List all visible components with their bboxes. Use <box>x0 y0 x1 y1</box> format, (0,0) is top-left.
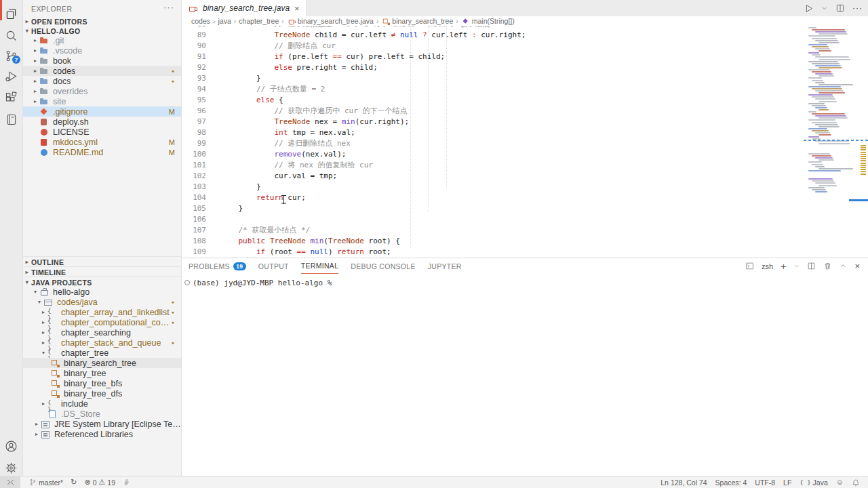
open-editors-section[interactable]: ▸ OPEN EDITORS <box>23 16 181 26</box>
breadcrumb-item-mainString[interactable]: main(String[]) <box>461 17 515 26</box>
explorer-icon[interactable] <box>0 4 22 23</box>
tree-item-label: hello-algo <box>53 287 90 297</box>
tab-binary-search-tree[interactable]: binary_search_tree.java × <box>182 0 307 16</box>
panel-tab-label: TERMINAL <box>301 262 339 270</box>
tree-item-include[interactable]: ▸include <box>23 399 181 409</box>
breadcrumb-item-java[interactable]: java <box>218 17 231 25</box>
feedback-smiley-icon[interactable]: ☺ <box>836 479 844 486</box>
panel-tab-problems[interactable]: PROBLEMS19 <box>189 258 246 274</box>
run-button[interactable] <box>804 3 814 14</box>
settings-gear-icon[interactable] <box>0 458 22 477</box>
tree-item-docs[interactable]: ▸docs● <box>23 76 181 86</box>
tree-item-.vscode[interactable]: ▸.vscode <box>23 45 181 56</box>
tree-item-README.md[interactable]: README.mdM <box>23 147 181 157</box>
terminal-dropdown-chevron-icon[interactable] <box>793 263 800 269</box>
tree-item-mkdocs.yml[interactable]: mkdocs.ymlM <box>23 137 181 147</box>
minimap[interactable] <box>808 27 853 251</box>
license-file-icon <box>39 127 50 136</box>
outline-label: OUTLINE <box>31 258 64 266</box>
new-terminal-icon[interactable]: + <box>781 261 786 272</box>
breadcrumb-item-codes[interactable]: codes <box>191 17 210 25</box>
source-control-icon[interactable]: 7 <box>0 46 22 65</box>
timeline-section[interactable]: ▸ TIMELINE <box>23 266 181 277</box>
tree-item-.gitignore[interactable]: .gitignoreM <box>23 106 181 117</box>
warning-mark <box>861 158 866 159</box>
indentation[interactable]: Spaces: 4 <box>715 479 747 487</box>
maximize-panel-chevron-icon[interactable] <box>840 262 847 270</box>
account-icon[interactable] <box>0 436 22 455</box>
tree-item-chapter_computational_complexity[interactable]: ▸chapter_computational_complexity● <box>23 317 181 327</box>
breadcrumb-item-binary_search_tree.java[interactable]: binary_search_tree.java <box>287 17 374 26</box>
tree-item-ReferencedLibraries[interactable]: ▸Referenced Libraries <box>23 429 181 439</box>
tree-item-label: LICENSE <box>53 127 90 137</box>
line-source: return cur; <box>220 192 306 203</box>
tree-item-.git[interactable]: ▸.git <box>23 35 181 45</box>
tree-item-hello-algo[interactable]: ▾hello-algo <box>23 287 181 297</box>
eol-sequence[interactable]: LF <box>783 479 791 487</box>
tree-item-codes[interactable]: ▸codes● <box>23 66 181 76</box>
java-projects-section[interactable]: ▾ JAVA PROJECTS <box>23 277 181 287</box>
git-branch-status[interactable]: master* <box>29 479 63 487</box>
tree-item-codesjava[interactable]: ▾codes/java● <box>23 297 181 307</box>
project-section[interactable]: ▾ HELLO-ALGO <box>23 26 181 36</box>
tree-item-book[interactable]: ▸book <box>23 56 181 66</box>
panel-tab-terminal[interactable]: TERMINAL <box>301 258 339 274</box>
modified-dot: ● <box>172 310 174 314</box>
problems-status[interactable]: ⊗ 0 ⚠ 19 <box>84 479 115 487</box>
notifications-bell-icon[interactable] <box>852 479 860 487</box>
split-terminal-icon[interactable] <box>807 262 816 270</box>
tree-item-LICENSE[interactable]: LICENSE <box>23 127 181 137</box>
breadcrumb-separator: › <box>281 17 284 25</box>
chevron-down-icon: ▾ <box>23 279 31 285</box>
more-actions-icon[interactable]: ··· <box>852 3 863 13</box>
code-editor[interactable]: 88 // 当子结点数量 = 0 / 1 时， child = null / 该… <box>182 26 868 258</box>
tree-item-chapter_searching[interactable]: ▸chapter_searching <box>23 327 181 338</box>
code-line-107: 107 /* 获取最小结点 */ <box>182 225 803 236</box>
tree-item-binary_tree_bfs[interactable]: binary_tree_bfs <box>23 378 181 388</box>
cursor-position[interactable]: Ln 128, Col 74 <box>660 479 707 487</box>
extensions-icon[interactable] <box>0 88 22 107</box>
close-panel-icon[interactable]: × <box>854 261 860 271</box>
language-mode[interactable]: { } Java <box>800 479 827 487</box>
warning-count: 19 <box>107 479 115 487</box>
kill-terminal-trash-icon[interactable] <box>823 262 832 270</box>
braces-icon <box>47 348 58 357</box>
tree-item-binary_tree[interactable]: binary_tree <box>23 368 181 378</box>
notebook-icon[interactable] <box>0 110 22 129</box>
breadcrumb-item-chapter_tree[interactable]: chapter_tree <box>239 17 279 25</box>
panel-tab-jupyter[interactable]: JUPYTER <box>428 258 462 274</box>
split-editor-icon[interactable] <box>835 3 845 13</box>
java-lightweight-rocket-icon[interactable] <box>123 479 131 487</box>
tree-item-chapter_array_and_linkedlist[interactable]: ▸chapter_array_and_linkedlist● <box>23 307 181 317</box>
tree-item-JRESystemLibraryEclipseTemurin1717...[interactable]: ▸JRE System Library [Eclipse Temurin 17 … <box>23 419 181 429</box>
tab-close-icon[interactable]: × <box>294 3 300 14</box>
folder-gray-icon <box>39 56 50 65</box>
run-and-debug-icon[interactable] <box>0 66 22 85</box>
mouse-ibeam-cursor <box>281 195 286 204</box>
panel-tab-output[interactable]: OUTPUT <box>258 258 289 274</box>
class-sym-icon <box>382 17 391 24</box>
tree-item-site[interactable]: ▸site <box>23 96 181 106</box>
overview-ruler[interactable] <box>859 26 868 258</box>
outline-section[interactable]: ▸ OUTLINE <box>23 256 181 267</box>
tree-item-chapter_tree[interactable]: ▾chapter_tree <box>23 348 181 358</box>
run-dropdown-chevron-icon[interactable] <box>821 5 828 12</box>
sync-status[interactable]: ↻ <box>71 479 77 486</box>
encoding[interactable]: UTF-8 <box>755 479 775 487</box>
tab-label: binary_search_tree.java <box>203 3 290 13</box>
tree-item-deploy.sh[interactable]: deploy.sh <box>23 117 181 127</box>
chevron-right-icon: ▸ <box>31 68 39 74</box>
remote-indicator[interactable] <box>0 476 20 488</box>
tree-item-chapter_stack_and_queue[interactable]: ▸chapter_stack_and_queue● <box>23 338 181 348</box>
tree-item-.DS_Store[interactable]: .DS_Store <box>23 409 181 419</box>
terminal-prompt[interactable]: (base) jyd@JYD-MBP hello-algo % <box>193 279 332 287</box>
terminal-profile-icon[interactable] <box>745 262 754 270</box>
tree-item-overrides[interactable]: ▸overrides <box>23 86 181 96</box>
search-icon[interactable] <box>0 26 22 45</box>
sidebar-more-actions-icon[interactable]: ··· <box>163 2 174 12</box>
panel-tab-debug-console[interactable]: DEBUG CONSOLE <box>351 258 416 274</box>
breadcrumb-item-binary_search_tree[interactable]: binary_search_tree <box>381 17 453 26</box>
tree-item-binary_search_tree[interactable]: binary_search_tree <box>23 358 181 368</box>
tree-item-binary_tree_dfs[interactable]: binary_tree_dfs <box>23 388 181 399</box>
terminal-shell-label[interactable]: zsh <box>762 262 773 270</box>
